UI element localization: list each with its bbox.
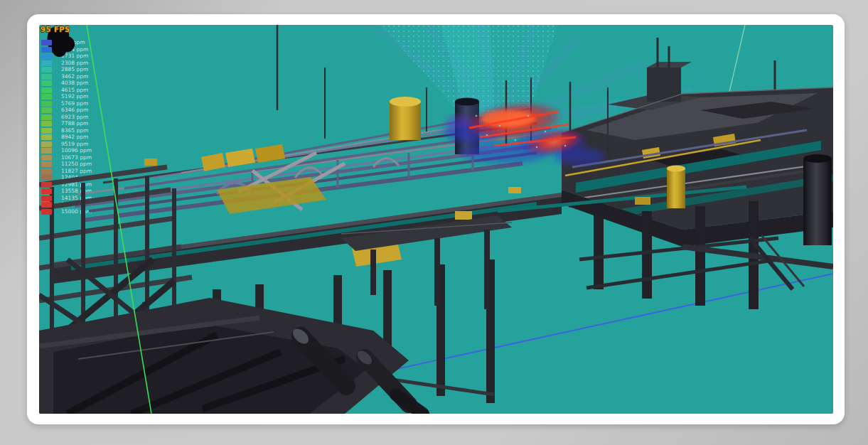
legend-color-chip	[41, 101, 52, 107]
flare-column	[803, 159, 832, 245]
legend-color-chip	[41, 141, 52, 147]
legend-color-chip	[41, 134, 52, 140]
legend-color-chip	[41, 40, 52, 45]
legend-color-chip	[41, 175, 52, 181]
legend-color-chip	[41, 47, 52, 53]
legend-color-chip	[41, 107, 52, 113]
legend-color-chip	[41, 195, 52, 201]
app-window-frame: 95 FPS 577 ppm1154 ppm1731 ppm2308 ppm28…	[27, 14, 845, 424]
legend-color-chip	[41, 60, 52, 66]
3d-viewport[interactable]: 95 FPS 577 ppm1154 ppm1731 ppm2308 ppm28…	[39, 25, 833, 414]
legend-color-chip	[41, 87, 52, 93]
legend-color-chip	[41, 128, 52, 134]
legend-color-chip	[41, 155, 52, 161]
legend-color-chip	[41, 80, 52, 86]
plant-3d-scene	[39, 25, 833, 414]
fps-counter: 95 FPS	[41, 26, 70, 33]
storage-tank	[390, 102, 421, 140]
legend-color-chip	[41, 182, 52, 188]
legend-color-chip	[41, 188, 52, 194]
legend-color-chip	[41, 168, 52, 174]
legend-color-chip	[41, 148, 52, 154]
legend-color-chip	[41, 121, 52, 127]
legend-color-chip	[41, 53, 52, 59]
legend-color-chip	[41, 114, 52, 120]
legend-color-chip	[41, 209, 52, 215]
legend-color-chip	[41, 67, 52, 73]
legend-color-chip	[41, 161, 52, 167]
ppm-legend-chips	[41, 40, 52, 215]
legend-color-chip	[41, 202, 52, 208]
legend-color-chip	[41, 74, 52, 80]
legend-color-chip	[41, 94, 52, 100]
